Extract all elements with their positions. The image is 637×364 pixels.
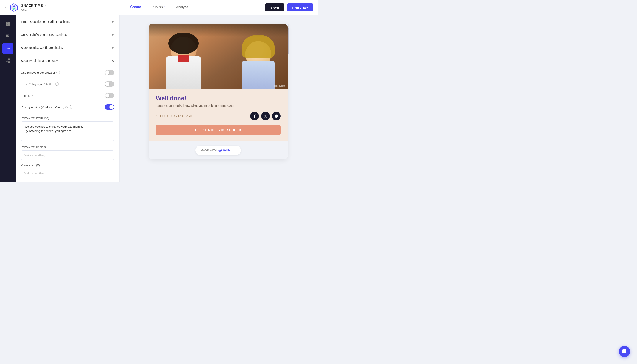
- sidebar-icons: [0, 15, 16, 182]
- tab-publish[interactable]: Publish *: [152, 5, 166, 10]
- block-results-chevron: ∨: [112, 46, 114, 50]
- preview-button[interactable]: PREVIEW: [287, 4, 313, 12]
- svg-rect-7: [8, 24, 10, 26]
- sidebar-item-flag[interactable]: [2, 31, 14, 42]
- brand-name-text: SNACK TIME: [21, 4, 43, 8]
- setting-row-play-again: ↳ "Play again" button i: [21, 78, 114, 90]
- privacy-optins-label: Privacy opt-ins (YouTube, Vimeo, X) i: [21, 105, 72, 109]
- privacy-x-label: Privacy text (X): [21, 164, 114, 167]
- settings-section-security-header[interactable]: Security: Limits and privacy ∧: [16, 54, 120, 67]
- made-with-section: MADE WITH Riddle: [149, 141, 288, 160]
- privacy-vimeo-input[interactable]: [21, 150, 114, 160]
- setting-row-one-play: One play/vote per browser i: [21, 67, 114, 78]
- sidebar-item-grid[interactable]: [2, 19, 14, 30]
- main-layout: Timer: Question or Riddle time limits ∨ …: [0, 15, 318, 182]
- tab-create[interactable]: Create: [130, 5, 141, 10]
- setting-row-privacy-optins: Privacy opt-ins (YouTube, Vimeo, X) i: [21, 102, 114, 113]
- security-section-body: One play/vote per browser i ↳ "Play agai…: [16, 67, 120, 182]
- photo-top-overlay: [149, 24, 288, 37]
- svg-rect-5: [8, 22, 10, 24]
- indent-arrow-icon: ↳: [25, 82, 27, 86]
- quiz-section-title: Quiz: Right/wrong answer settings: [21, 33, 67, 36]
- security-section-title: Security: Limits and privacy: [21, 59, 58, 62]
- brand-info-icon[interactable]: i: [28, 8, 31, 12]
- settings-panel: Timer: Question or Riddle time limits ∨ …: [16, 15, 120, 182]
- settings-section-quiz-header[interactable]: Quiz: Right/wrong answer settings ∨: [16, 28, 120, 41]
- svg-line-12: [7, 61, 8, 62]
- one-play-label: One play/vote per browser i: [21, 71, 60, 74]
- watermark: pexels.com: [274, 85, 285, 87]
- share-row: SHARE THE SNACK LOVE.: [156, 112, 280, 120]
- timer-chevron: ∨: [112, 20, 114, 24]
- riddle-logo: Riddle: [218, 148, 236, 153]
- topnav-logo: ‹ SNACK TIME ✎ Quiz i: [5, 3, 46, 12]
- topnav-actions: SAVE PREVIEW: [265, 4, 313, 12]
- nav-center: Create Publish * Analyze: [130, 5, 188, 10]
- svg-line-13: [7, 60, 8, 60]
- preview-scrollbar[interactable]: [288, 24, 289, 54]
- one-play-info-icon[interactable]: i: [56, 71, 60, 74]
- result-title: Well done!: [156, 95, 280, 102]
- ip-limit-toggle[interactable]: [105, 93, 114, 98]
- tab-analyze[interactable]: Analyze: [176, 5, 188, 10]
- settings-section-quiz: Quiz: Right/wrong answer settings ∨: [16, 28, 120, 41]
- svg-point-8: [7, 48, 8, 49]
- settings-section-timer: Timer: Question or Riddle time limits ∨: [16, 15, 120, 28]
- play-again-toggle[interactable]: [105, 82, 114, 87]
- sidebar-item-settings[interactable]: [2, 43, 14, 54]
- publish-dot: *: [163, 5, 166, 9]
- edit-icon[interactable]: ✎: [44, 4, 46, 7]
- ip-limit-label: IP limit i: [21, 94, 34, 97]
- svg-rect-4: [6, 22, 8, 24]
- cta-button[interactable]: GET 10% OFF YOUR ORDER: [156, 125, 280, 135]
- svg-rect-6: [6, 24, 8, 26]
- privacy-vimeo-label: Privacy text (Vimeo): [21, 146, 114, 149]
- person2-silhouette: [242, 41, 274, 89]
- made-with-label: MADE WITH: [201, 149, 217, 152]
- svg-point-10: [6, 60, 7, 61]
- x-twitter-share-button[interactable]: [261, 112, 270, 120]
- svg-point-9: [8, 59, 10, 60]
- privacy-x-input[interactable]: [21, 168, 114, 178]
- brand-info: SNACK TIME ✎ Quiz i: [21, 4, 46, 12]
- share-label: SHARE THE SNACK LOVE.: [156, 115, 193, 118]
- preview-scrollbar-thumb: [288, 28, 289, 54]
- svg-point-15: [220, 150, 221, 151]
- timer-section-title: Timer: Question or Riddle time limits: [21, 20, 70, 24]
- preview-card: pexels.com Well done! It seems you reall…: [149, 24, 288, 160]
- settings-section-security: Security: Limits and privacy ∧ One play/…: [16, 54, 120, 182]
- privacy-youtube-textarea[interactable]: We use cookies to enhance your experienc…: [21, 121, 114, 141]
- security-chevron: ∧: [112, 58, 114, 62]
- person1-silhouette: [166, 37, 201, 89]
- settings-section-block-results: Block results: Configure display ∨: [16, 41, 120, 54]
- settings-section-block-results-header[interactable]: Block results: Configure display ∨: [16, 41, 120, 54]
- privacy-optins-info-icon[interactable]: i: [69, 105, 72, 109]
- svg-text:Riddle: Riddle: [222, 149, 230, 152]
- app-logo: [9, 3, 19, 12]
- made-with-badge[interactable]: MADE WITH Riddle: [196, 146, 241, 155]
- play-again-info-icon[interactable]: i: [56, 82, 59, 86]
- brand-subtitle: Quiz: [21, 8, 27, 11]
- privacy-optins-toggle[interactable]: [105, 104, 114, 110]
- block-results-section-title: Block results: Configure display: [21, 46, 63, 50]
- setting-row-ip-limit: IP limit i: [21, 90, 114, 102]
- share-icons: [250, 112, 280, 120]
- back-arrow[interactable]: ‹: [5, 5, 6, 10]
- preview-area: pexels.com Well done! It seems you reall…: [120, 15, 318, 182]
- ip-limit-info-icon[interactable]: i: [31, 94, 34, 97]
- one-play-toggle[interactable]: [105, 70, 114, 75]
- privacy-youtube-label: Privacy text (YouTube): [21, 116, 114, 120]
- preview-photo: pexels.com: [149, 24, 288, 89]
- save-button[interactable]: SAVE: [265, 4, 285, 12]
- sidebar-item-share[interactable]: [2, 55, 14, 66]
- settings-section-timer-header[interactable]: Timer: Question or Riddle time limits ∨: [16, 15, 120, 28]
- quiz-chevron: ∨: [112, 32, 114, 36]
- play-again-label: ↳ "Play again" button i: [21, 82, 59, 86]
- topnav: ‹ SNACK TIME ✎ Quiz i Create Publish *: [0, 0, 318, 15]
- svg-point-11: [8, 62, 10, 63]
- whatsapp-share-button[interactable]: [272, 112, 280, 120]
- result-subtitle: It seems you really know what you're tal…: [156, 104, 280, 108]
- facebook-share-button[interactable]: [250, 112, 259, 120]
- result-body: Well done! It seems you really know what…: [149, 89, 288, 141]
